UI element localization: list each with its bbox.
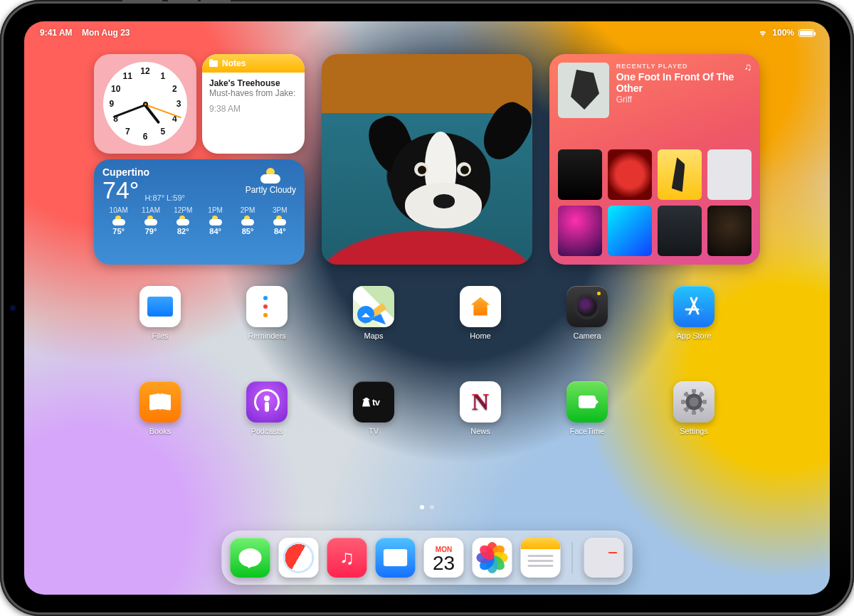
notes-widget[interactable]: Notes Jake's Treehouse Must-haves from J…: [202, 54, 305, 154]
weather-hour-label: 1PM: [199, 206, 231, 214]
partly-cloudy-icon: [241, 216, 254, 225]
page-indicator[interactable]: [24, 505, 830, 509]
music-album-cover[interactable]: [608, 149, 652, 200]
partly-cloudy-icon: [273, 216, 286, 225]
status-time: 9:41 AM: [40, 28, 73, 38]
weather-hour-temp: 82°: [167, 227, 199, 235]
front-camera: [10, 305, 16, 311]
appstore-icon: [673, 286, 715, 327]
clock-num-12: 12: [140, 66, 149, 76]
app-maps[interactable]: Maps: [320, 286, 427, 340]
app-tv[interactable]: tvTV: [320, 381, 427, 435]
dock-app-notes[interactable]: [521, 538, 561, 578]
dock-app-messages[interactable]: [231, 538, 270, 578]
dock-app-mail[interactable]: [376, 538, 416, 578]
clock-num-10: 10: [111, 84, 120, 94]
weather-hilo: H:87° L:59°: [144, 193, 185, 202]
weather-widget[interactable]: Cupertino 74° H:87° L:59° Partly Cloudy: [94, 159, 305, 265]
calendar-dom: 23: [433, 553, 455, 573]
dock-recent-apps[interactable]: [584, 538, 624, 578]
page-dot: [430, 505, 434, 509]
app-news[interactable]: News: [427, 381, 534, 435]
volume-down-button[interactable]: [201, 0, 231, 1]
music-album-cover[interactable]: [707, 149, 752, 200]
app-reminders[interactable]: Reminders: [214, 286, 320, 340]
clock-widget[interactable]: 12 1 2 3 4 5 6 7 8 9 10 11: [94, 54, 196, 154]
dock-app-music[interactable]: ♫: [327, 538, 367, 578]
notes-widget-header: Notes: [202, 54, 305, 73]
notes-widget-body: Jake's Treehouse Must-haves from Jake: 9…: [202, 73, 305, 154]
app-label: News: [470, 427, 490, 435]
music-album-cover[interactable]: [558, 149, 602, 200]
music-album-cover[interactable]: [658, 149, 702, 200]
music-section-label: RECENTLY PLAYED: [616, 63, 752, 70]
music-album-cover[interactable]: [558, 206, 602, 256]
app-label: FaceTime: [570, 427, 605, 435]
app-home[interactable]: Home: [427, 286, 534, 340]
clock-num-9: 9: [109, 99, 114, 109]
music-artist: Griff: [616, 95, 752, 105]
status-bar: 9:41 AM Mon Aug 23 100%: [24, 21, 830, 40]
dock-app-photos[interactable]: [473, 538, 512, 578]
battery-percent: 100%: [772, 28, 794, 38]
notes-note-time: 9:38 AM: [209, 104, 297, 114]
appstore-a-icon: [682, 295, 705, 318]
photos-widget[interactable]: [322, 54, 532, 265]
photo-dog-illustration: [376, 126, 507, 244]
notes-widget-header-label: Notes: [222, 58, 246, 68]
app-camera[interactable]: Camera: [534, 286, 640, 340]
files-icon: [139, 286, 181, 327]
app-label: Home: [470, 331, 490, 340]
wifi-icon: [757, 29, 768, 37]
app-settings[interactable]: Settings: [640, 381, 747, 435]
partly-cloudy-icon: [144, 216, 157, 225]
weather-hour-label: 10AM: [102, 206, 135, 214]
home-screen[interactable]: 9:41 AM Mon Aug 23 100% 12 1 2 3: [24, 21, 830, 595]
app-label: Books: [149, 427, 172, 435]
music-album-cover[interactable]: [707, 206, 752, 256]
volume-up-button[interactable]: [168, 0, 198, 1]
app-books[interactable]: Books: [107, 381, 214, 435]
clock-num-11: 11: [123, 71, 132, 81]
dock-app-calendar[interactable]: MON23: [424, 538, 464, 578]
app-podcasts[interactable]: Podcasts: [214, 381, 320, 435]
app-label: Podcasts: [251, 427, 283, 435]
ipad-device-frame: 9:41 AM Mon Aug 23 100% 12 1 2 3: [0, 0, 854, 616]
page-dot-active: [420, 505, 424, 509]
app-appstore[interactable]: App Store: [640, 286, 747, 340]
reminders-icon: [246, 286, 288, 327]
music-widget[interactable]: ♫ RECENTLY PLAYED One Foot In Front Of T…: [549, 54, 760, 265]
music-album-cover[interactable]: [608, 206, 652, 256]
clock-num-5: 5: [160, 127, 165, 137]
music-album-cover[interactable]: [658, 206, 702, 256]
news-icon: [460, 381, 501, 423]
weather-hour-label: 12PM: [167, 206, 199, 214]
clock-center-pin: [143, 102, 148, 107]
weather-hour-label: 11AM: [135, 206, 167, 214]
maps-icon: [353, 286, 394, 327]
app-label: Settings: [680, 427, 708, 435]
dock-app-safari[interactable]: [279, 538, 319, 578]
status-date: Mon Aug 23: [82, 28, 130, 38]
app-label: Reminders: [248, 331, 285, 340]
widget-row: 12 1 2 3 4 5 6 7 8 9 10 11: [24, 54, 830, 265]
weather-hour-temp: 84°: [199, 227, 231, 235]
app-facetime[interactable]: FaceTime: [534, 381, 640, 435]
app-label: App Store: [677, 331, 712, 340]
location-arrow-icon: [357, 306, 374, 323]
weather-hour-label: 2PM: [231, 206, 263, 214]
partly-cloudy-icon: [260, 168, 280, 184]
camera-icon: [566, 286, 608, 327]
music-recent-grid: [558, 149, 752, 256]
power-button[interactable]: [122, 0, 162, 1]
app-label: TV: [369, 427, 379, 435]
home-icon: [460, 286, 501, 327]
app-files[interactable]: Files: [107, 286, 214, 340]
weather-hour-temp: 75°: [102, 227, 135, 235]
weather-hour-temp: 79°: [135, 227, 167, 235]
compass-needle-icon: [289, 546, 307, 570]
notes-note-preview: Must-haves from Jake:: [209, 88, 297, 98]
music-song-title: One Foot In Front Of The Other: [616, 71, 752, 94]
weather-hour-temp: 85°: [231, 227, 263, 235]
settings-icon: [673, 381, 715, 423]
